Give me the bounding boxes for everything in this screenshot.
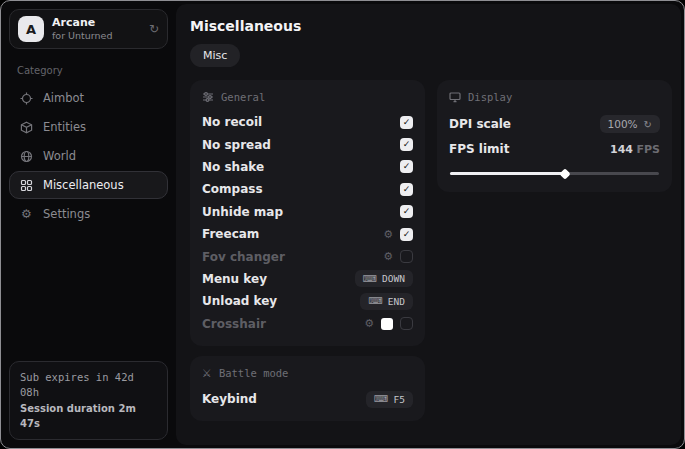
gear-icon: ⚙ [20, 207, 33, 221]
page-title: Miscellaneous [190, 18, 667, 34]
row-fov-changer: Fov changer ⚙ ✓ [202, 245, 413, 267]
no-shake-checkbox[interactable]: ✓ [400, 160, 413, 173]
row-crosshair: Crosshair ⚙ ✓ [202, 313, 413, 335]
sidebar-item-aimbot[interactable]: Aimbot [9, 84, 168, 112]
row-freecam: Freecam ⚙ ✓ [202, 223, 413, 245]
freecam-settings-gear-icon[interactable]: ⚙ [383, 229, 393, 240]
app-logo: A [18, 16, 44, 42]
compass-checkbox[interactable]: ✓ [400, 183, 413, 196]
app-name: Arcane [52, 16, 141, 30]
menu-key-badge[interactable]: ⌨DOWN [355, 270, 413, 287]
sidebar-item-label: World [43, 149, 76, 163]
app-card: A Arcane for Unturned ↻ [9, 9, 168, 49]
general-panel: General No recoil ✓ No spread ✓ No shake… [190, 80, 425, 346]
battle-keybind-badge[interactable]: ⌨F5 [366, 391, 413, 408]
panel-title: Display [468, 91, 512, 103]
no-spread-checkbox[interactable]: ✓ [400, 138, 413, 151]
row-no-spread: No spread ✓ [202, 133, 413, 155]
reset-icon[interactable]: ↻ [644, 119, 652, 130]
fov-changer-checkbox[interactable]: ✓ [400, 250, 413, 263]
grid-icon [20, 179, 33, 192]
sidebar-item-miscellaneous[interactable]: Miscellaneous [9, 171, 168, 199]
row-no-recoil: No recoil ✓ [202, 111, 413, 133]
fps-value: 144 [610, 143, 633, 156]
fps-unit: FPS [637, 143, 661, 156]
check-icon: ✓ [403, 162, 411, 171]
tab-misc[interactable]: Misc [190, 44, 240, 67]
subscription-card: Sub expires in 42d 08h Session duration … [9, 361, 168, 441]
sidebar-item-settings[interactable]: ⚙ Settings [9, 200, 168, 228]
no-recoil-checkbox[interactable]: ✓ [400, 116, 413, 129]
check-icon: ✓ [403, 140, 411, 149]
app-window: A Arcane for Unturned ↻ Category Aimbot … [0, 0, 685, 449]
fps-slider-fill [450, 172, 565, 175]
sidebar-item-label: Aimbot [43, 91, 84, 105]
fps-limit-slider[interactable] [450, 172, 659, 175]
unload-key-badge[interactable]: ⌨END [360, 293, 413, 310]
freecam-checkbox[interactable]: ✓ [400, 228, 413, 241]
check-icon: ✓ [403, 185, 411, 194]
row-unhide-map: Unhide map ✓ [202, 201, 413, 223]
row-unload-key: Unload key ⌨END [202, 290, 413, 312]
main-area: Miscellaneous Misc General No recoil ✓ N… [176, 4, 681, 445]
row-no-shake: No shake ✓ [202, 156, 413, 178]
crosshair-checkbox[interactable]: ✓ [400, 317, 413, 330]
keyboard-icon: ⌨ [363, 274, 377, 284]
sidebar-item-label: Settings [43, 207, 90, 221]
crosshair-icon [20, 92, 33, 105]
sync-icon[interactable]: ↻ [149, 22, 159, 36]
row-keybind: Keybind ⌨F5 [202, 388, 413, 410]
row-fps-limit: FPS limit 144 FPS [449, 137, 660, 161]
unhide-map-checkbox[interactable]: ✓ [400, 205, 413, 218]
check-icon: ✓ [403, 118, 411, 127]
keyboard-icon: ⌨ [368, 296, 382, 306]
row-dpi-scale: DPI scale 100% ↻ [449, 111, 660, 137]
check-icon: ✓ [403, 207, 411, 216]
app-subtitle: for Unturned [52, 30, 141, 42]
sliders-icon [202, 91, 214, 103]
check-icon: ✓ [403, 230, 411, 239]
sub-expires-text: Sub expires in 42d 08h [20, 370, 157, 402]
cube-icon [20, 121, 33, 134]
swords-icon: ⚔ [202, 367, 212, 380]
globe-icon [20, 150, 33, 163]
sidebar-item-label: Entities [43, 120, 86, 134]
dpi-scale-value[interactable]: 100% ↻ [600, 115, 660, 133]
crosshair-color-swatch[interactable] [381, 318, 393, 330]
row-compass: Compass ✓ [202, 178, 413, 200]
fov-settings-gear-icon[interactable]: ⚙ [383, 251, 393, 262]
panel-title: Battle mode [219, 367, 289, 379]
sidebar-item-world[interactable]: World [9, 142, 168, 170]
display-panel: Display DPI scale 100% ↻ FPS limit 144 F… [437, 80, 672, 192]
sidebar-item-label: Miscellaneous [43, 178, 124, 192]
row-menu-key: Menu key ⌨DOWN [202, 268, 413, 290]
battle-mode-panel: ⚔ Battle mode Keybind ⌨F5 [190, 356, 425, 421]
sidebar-item-entities[interactable]: Entities [9, 113, 168, 141]
sidebar: A Arcane for Unturned ↻ Category Aimbot … [1, 1, 176, 448]
keyboard-icon: ⌨ [374, 394, 388, 404]
panel-title: General [221, 91, 265, 103]
category-label: Category [17, 65, 168, 76]
fps-slider-thumb[interactable] [559, 168, 570, 179]
monitor-icon [449, 91, 461, 103]
crosshair-settings-gear-icon[interactable]: ⚙ [364, 318, 374, 329]
session-duration-text: Session duration 2m 47s [20, 401, 157, 431]
